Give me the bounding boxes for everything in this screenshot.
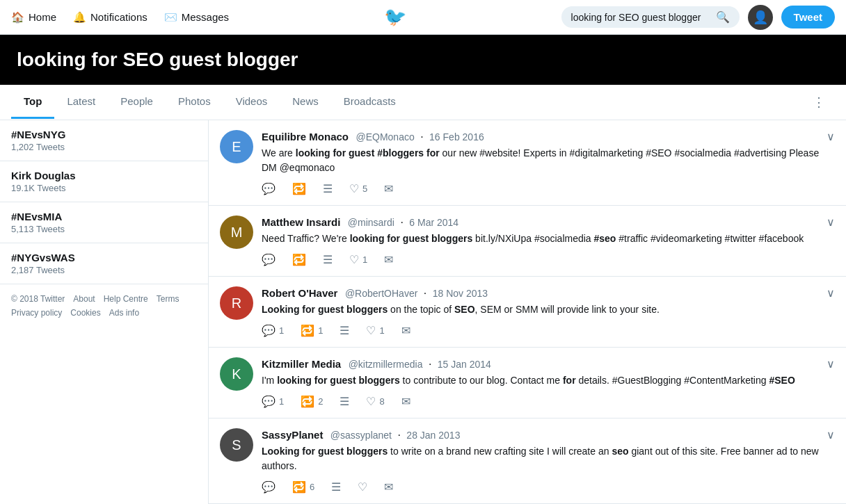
tweet-3-meta: Robert O'Haver @RobertOHaver · 18 Nov 20… (262, 287, 488, 300)
tab-people[interactable]: People (108, 86, 166, 119)
reply-button-3[interactable]: 💬1 (262, 324, 284, 337)
dm-button-3[interactable]: ✉ (401, 324, 410, 337)
user-avatar-button[interactable]: 👤 (748, 5, 773, 30)
layers-button-2[interactable]: ☰ (323, 253, 333, 266)
heart-icon-1: ♡ (349, 182, 359, 195)
footer-link-ads[interactable]: Ads info (109, 308, 139, 318)
tweet-5-chevron[interactable]: ∨ (827, 428, 835, 441)
footer-link-copyright[interactable]: © 2018 Twitter (11, 294, 65, 304)
tab-top[interactable]: Top (11, 86, 54, 119)
sidebar-footer: © 2018 Twitter About Help Centre Terms P… (0, 284, 208, 332)
tweet-button[interactable]: Tweet (781, 6, 835, 29)
trend-label-0: #NEvsNYG (11, 129, 197, 140)
avatar-matthew[interactable]: M (220, 216, 253, 249)
sidebar-trend-1[interactable]: Kirk Douglas 19.1K Tweets (0, 161, 208, 202)
retweet-button-2[interactable]: 🔁 (292, 253, 306, 266)
retweet-button-1[interactable]: 🔁 (292, 182, 306, 195)
sidebar-trend-0[interactable]: #NEvsNYG 1,202 Tweets (0, 120, 208, 161)
trend-label-1: Kirk Douglas (11, 170, 197, 181)
reply-button-1[interactable]: 💬 (262, 182, 276, 195)
layers-button-5[interactable]: ☰ (331, 480, 341, 494)
dm-button-1[interactable]: ✉ (384, 182, 393, 195)
retweet-button-3[interactable]: 🔁1 (301, 324, 323, 337)
avatar-sassy[interactable]: S (220, 428, 253, 462)
dm-icon-1: ✉ (384, 182, 393, 195)
retweet-button-5[interactable]: 🔁6 (292, 480, 314, 494)
tab-broadcasts[interactable]: Broadcasts (331, 86, 408, 119)
tabs-more-button[interactable]: ⋮ (803, 85, 835, 120)
reply-icon-3: 💬 (262, 324, 276, 337)
layers-icon-2: ☰ (323, 253, 333, 266)
retweet-icon-1: 🔁 (292, 182, 306, 195)
avatar-kitzmiller[interactable]: K (220, 357, 253, 391)
tweet-3-handle[interactable]: @RobertOHaver (345, 288, 417, 299)
dm-button-2[interactable]: ✉ (384, 253, 393, 266)
tweet-5-handle[interactable]: @sassyplanet (330, 430, 392, 441)
tab-news[interactable]: News (280, 86, 331, 119)
reply-button-2[interactable]: 💬 (262, 253, 276, 266)
tweet-4-author[interactable]: Kitzmiller Media (262, 358, 341, 370)
tweet-3-author[interactable]: Robert O'Haver (262, 287, 337, 299)
footer-link-about[interactable]: About (73, 294, 95, 304)
dm-icon-4: ✉ (401, 395, 410, 408)
like-button-5[interactable]: ♡ (358, 480, 367, 494)
tweet-feed: E Equilibre Monaco @EQMonaco · 16 Feb 20… (209, 120, 846, 504)
tweet-2-author[interactable]: Matthew Insardi (262, 216, 340, 228)
like-button-1[interactable]: ♡5 (349, 182, 367, 195)
tweet-1-author[interactable]: Equilibre Monaco (262, 131, 349, 143)
reply-icon-2: 💬 (262, 253, 276, 266)
dm-button-4[interactable]: ✉ (401, 395, 410, 408)
search-bar[interactable]: 🔍 (561, 6, 740, 28)
tweet-2-handle[interactable]: @minsardi (348, 217, 394, 228)
reply-button-5[interactable]: 💬 (262, 480, 276, 494)
dm-icon-5: ✉ (384, 480, 393, 494)
trend-label-3: #NYGvsWAS (11, 252, 197, 263)
footer-link-privacy[interactable]: Privacy policy (11, 308, 62, 318)
avatar-equilibre[interactable]: E (220, 130, 253, 163)
like-button-2[interactable]: ♡1 (349, 253, 367, 266)
tab-latest[interactable]: Latest (54, 86, 108, 119)
tweet-3-body: Robert O'Haver @RobertOHaver · 18 Nov 20… (262, 286, 835, 337)
reply-button-4[interactable]: 💬1 (262, 395, 284, 408)
footer-link-help[interactable]: Help Centre (104, 294, 148, 304)
tweet-5: S SassyPlanet @sassyplanet · 28 Jan 2013… (209, 418, 846, 504)
tweet-2-chevron[interactable]: ∨ (827, 216, 835, 229)
tweet-2: M Matthew Insardi @minsardi · 6 Mar 2014… (209, 206, 846, 277)
footer-link-terms[interactable]: Terms (157, 294, 179, 304)
tweet-1-chevron[interactable]: ∨ (827, 130, 835, 143)
tweet-4-chevron[interactable]: ∨ (827, 357, 835, 371)
layers-button-1[interactable]: ☰ (323, 182, 333, 195)
like-button-4[interactable]: ♡8 (366, 395, 384, 408)
sidebar-trend-3[interactable]: #NYGvsWAS 2,187 Tweets (0, 243, 208, 284)
tweet-1-text: We are looking for guest #bloggers for o… (262, 146, 835, 175)
search-title: looking for SEO guest blogger (17, 49, 829, 71)
footer-links: © 2018 Twitter About Help Centre Terms (11, 294, 197, 304)
tweet-3-chevron[interactable]: ∨ (827, 286, 835, 300)
tab-videos[interactable]: Videos (223, 86, 280, 119)
tweet-4-handle[interactable]: @kitzmillermedia (349, 359, 423, 370)
tweet-4-meta: Kitzmiller Media @kitzmillermedia · 15 J… (262, 358, 491, 371)
tab-photos[interactable]: Photos (166, 86, 223, 119)
tweet-2-text: Need Traffic? We're looking for guest bl… (262, 231, 835, 246)
tweet-5-author[interactable]: SassyPlanet (262, 429, 323, 441)
header-nav: 🏠 Home 🔔 Notifications ✉️ Messages (11, 11, 229, 24)
tweet-5-text: Looking for guest bloggers to write on a… (262, 444, 835, 473)
nav-home[interactable]: 🏠 Home (11, 11, 56, 24)
like-button-3[interactable]: ♡1 (366, 324, 384, 337)
dm-button-5[interactable]: ✉ (384, 480, 393, 494)
retweet-icon-4: 🔁 (301, 395, 314, 408)
layers-button-4[interactable]: ☰ (340, 395, 349, 408)
footer-link-cookies[interactable]: Cookies (70, 308, 100, 318)
tweet-2-header: Matthew Insardi @minsardi · 6 Mar 2014 ∨ (262, 216, 835, 229)
dm-icon-2: ✉ (384, 253, 393, 266)
retweet-button-4[interactable]: 🔁2 (301, 395, 323, 408)
layers-button-3[interactable]: ☰ (340, 324, 349, 337)
search-input[interactable] (571, 12, 710, 23)
heart-icon-4: ♡ (366, 395, 376, 408)
nav-messages[interactable]: ✉️ Messages (164, 11, 229, 24)
layers-icon-5: ☰ (331, 480, 341, 494)
tweet-1-handle[interactable]: @EQMonaco (356, 131, 414, 143)
sidebar-trend-2[interactable]: #NEvsMIA 5,113 Tweets (0, 202, 208, 243)
avatar-robert[interactable]: R (220, 286, 253, 320)
nav-notifications[interactable]: 🔔 Notifications (73, 11, 147, 24)
